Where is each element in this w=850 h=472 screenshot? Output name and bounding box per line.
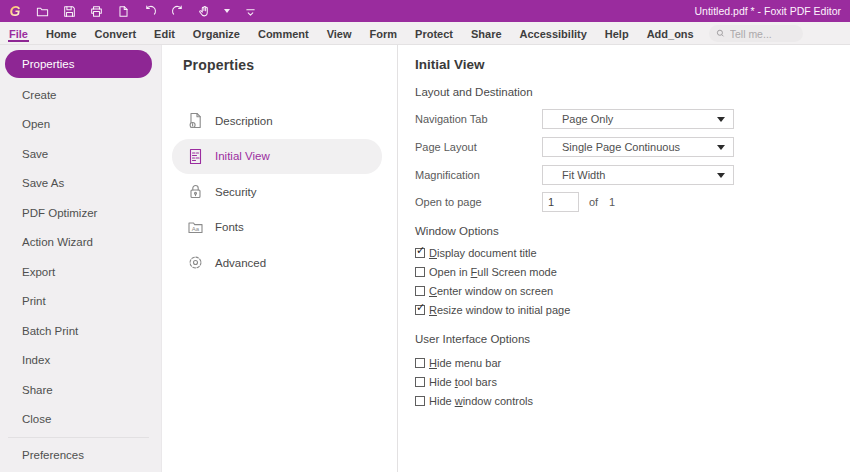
sidebar-item-pdf-optimizer[interactable]: PDF Optimizer: [0, 198, 161, 228]
sidebar-item-save-as[interactable]: Save As: [0, 169, 161, 199]
navigation-tab-value: Page Only: [562, 113, 613, 125]
sidebar-item-save[interactable]: Save: [0, 139, 161, 169]
menu-tab-convert[interactable]: Convert: [86, 23, 146, 44]
properties-item-label: Security: [215, 186, 257, 198]
hand-tool-dropdown-icon[interactable]: [224, 9, 230, 13]
checkbox-label: Center window on screen: [429, 285, 553, 297]
checkbox-hide-menu-bar[interactable]: Hide menu bar: [415, 356, 501, 370]
properties-item-fonts[interactable]: Aa Fonts: [162, 210, 382, 246]
sidebar-item-index[interactable]: Index: [0, 346, 161, 376]
tell-me-input[interactable]: [730, 28, 796, 40]
sidebar-item-export[interactable]: Export: [0, 257, 161, 287]
menu-bar: File Home Convert Edit Organize Comment …: [0, 22, 850, 45]
chevron-down-icon: [717, 145, 725, 150]
page-layout-value: Single Page Continuous: [562, 141, 680, 153]
page-layout-dropdown[interactable]: Single Page Continuous: [542, 137, 734, 157]
checkbox-icon[interactable]: ✓: [415, 248, 425, 258]
sidebar-item-share[interactable]: Share: [0, 375, 161, 405]
checkbox-center-window[interactable]: Center window on screen: [415, 284, 553, 298]
window-title: Untitled.pdf * - Foxit PDF Editor: [695, 0, 841, 22]
chevron-down-icon: [717, 117, 725, 122]
menu-tab-protect[interactable]: Protect: [406, 23, 462, 44]
checkbox-label: Resize window to initial page: [429, 304, 570, 316]
new-document-icon[interactable]: [116, 4, 130, 18]
advanced-icon: [187, 254, 204, 271]
sidebar-item-preferences[interactable]: Preferences: [0, 440, 161, 470]
checkbox-hide-tool-bars[interactable]: Hide tool bars: [415, 375, 497, 389]
sidebar-item-open[interactable]: Open: [0, 110, 161, 140]
properties-panel-title: Properties: [183, 57, 254, 73]
menu-tab-form[interactable]: Form: [361, 23, 407, 44]
sidebar-item-batch-print[interactable]: Batch Print: [0, 316, 161, 346]
chevron-down-icon: [717, 173, 725, 178]
magnification-label: Magnification: [415, 165, 480, 185]
initial-view-panel: Initial View Layout and Destination Navi…: [399, 45, 850, 472]
checkbox-resize-window[interactable]: ✓ Resize window to initial page: [415, 303, 570, 317]
quick-access-toolbar: G: [0, 4, 257, 18]
open-to-page-input[interactable]: [542, 192, 579, 212]
properties-panel: Properties Description Initial View Secu…: [162, 45, 398, 472]
menu-tab-comment[interactable]: Comment: [249, 23, 318, 44]
sidebar-item-print[interactable]: Print: [0, 287, 161, 317]
save-icon[interactable]: [62, 4, 76, 18]
redo-icon[interactable]: [170, 4, 184, 18]
checkbox-icon[interactable]: ✓: [415, 305, 425, 315]
checkbox-icon[interactable]: [415, 377, 425, 387]
menu-tab-home[interactable]: Home: [37, 23, 86, 44]
checkbox-hide-window-controls[interactable]: Hide window controls: [415, 394, 533, 408]
initial-view-title: Initial View: [415, 57, 485, 72]
menu-tab-add-ons[interactable]: Add_ons: [638, 23, 703, 44]
hand-tool-icon[interactable]: [197, 4, 211, 18]
menu-tab-view[interactable]: View: [318, 23, 361, 44]
properties-item-security[interactable]: Security: [162, 174, 382, 210]
sidebar-item-close[interactable]: Close: [0, 405, 161, 435]
checkbox-display-document-title[interactable]: ✓ Display document title: [415, 246, 537, 260]
foxit-logo-icon: G: [8, 4, 22, 18]
properties-item-label: Initial View: [215, 150, 270, 162]
initial-view-icon: [187, 148, 204, 165]
checkbox-icon[interactable]: [415, 396, 425, 406]
checkbox-label: Display document title: [429, 247, 537, 259]
open-to-page-label: Open to page: [415, 192, 482, 212]
menu-tab-edit[interactable]: Edit: [145, 23, 184, 44]
checkbox-icon[interactable]: [415, 358, 425, 368]
magnification-value: Fit Width: [562, 169, 605, 181]
print-icon[interactable]: [89, 4, 103, 18]
window-options-heading: Window Options: [415, 225, 499, 237]
checkbox-label: Hide window controls: [429, 395, 533, 407]
menu-tab-organize[interactable]: Organize: [184, 23, 249, 44]
checkbox-open-full-screen[interactable]: Open in Full Screen mode: [415, 265, 557, 279]
menu-tab-share[interactable]: Share: [462, 23, 511, 44]
ui-options-heading: User Interface Options: [415, 333, 530, 345]
properties-item-description[interactable]: Description: [162, 103, 382, 139]
menu-tab-accessibility[interactable]: Accessibility: [511, 23, 596, 44]
checkbox-label: Hide tool bars: [429, 376, 497, 388]
properties-item-label: Description: [215, 115, 273, 127]
customize-toolbar-icon[interactable]: [243, 4, 257, 18]
sidebar-item-create[interactable]: Create: [0, 80, 161, 110]
magnification-dropdown[interactable]: Fit Width: [542, 165, 734, 185]
open-icon[interactable]: [35, 4, 49, 18]
total-pages-value: 1: [609, 192, 615, 212]
undo-icon[interactable]: [143, 4, 157, 18]
menu-tab-file[interactable]: File: [0, 23, 37, 44]
properties-item-advanced[interactable]: Advanced: [162, 245, 382, 281]
checkbox-icon[interactable]: [415, 267, 425, 277]
menu-tab-help[interactable]: Help: [596, 23, 638, 44]
security-icon: [187, 183, 204, 200]
fonts-icon: Aa: [187, 219, 204, 236]
checkbox-icon[interactable]: [415, 286, 425, 296]
svg-text:Aa: Aa: [192, 226, 200, 232]
titlebar: G Untitled.pdf * - Foxit PDF Editor: [0, 0, 850, 22]
tell-me-icon: [716, 28, 725, 39]
layout-destination-heading: Layout and Destination: [415, 86, 533, 98]
navigation-tab-dropdown[interactable]: Page Only: [542, 109, 734, 129]
sidebar-item-action-wizard[interactable]: Action Wizard: [0, 228, 161, 258]
description-icon: [187, 112, 204, 129]
of-label: of: [589, 192, 598, 212]
page-layout-label: Page Layout: [415, 137, 477, 157]
checkbox-label: Hide menu bar: [429, 357, 501, 369]
properties-item-initial-view[interactable]: Initial View: [172, 139, 382, 175]
tell-me-search[interactable]: [709, 25, 803, 42]
sidebar-item-properties[interactable]: Properties: [5, 50, 152, 78]
